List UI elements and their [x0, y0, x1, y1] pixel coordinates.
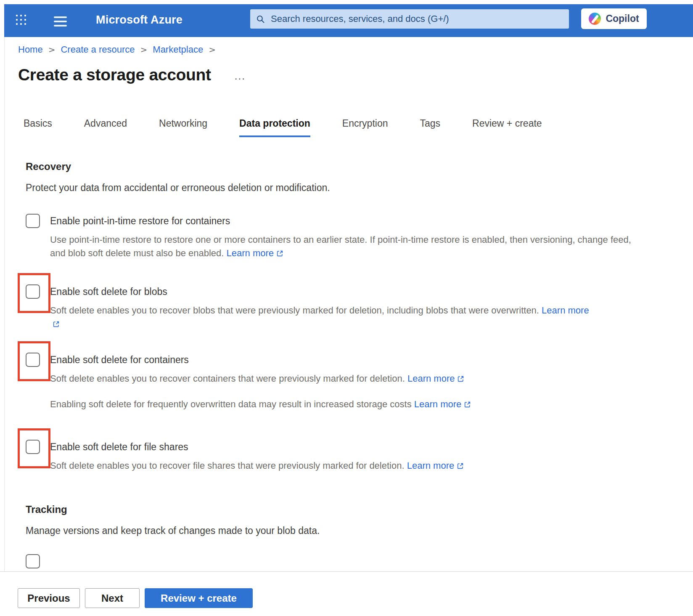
previous-button[interactable]: Previous	[18, 588, 80, 608]
tab-encryption[interactable]: Encryption	[342, 118, 388, 137]
tab-review-create[interactable]: Review + create	[472, 118, 542, 137]
breadcrumb-chevron-icon: >	[209, 45, 216, 55]
learn-more-link[interactable]: Learn more	[407, 460, 464, 471]
recovery-section-heading: Recovery	[18, 161, 693, 173]
checkbox-soft-delete-file-shares[interactable]	[26, 440, 40, 454]
learn-more-link[interactable]: Learn more	[407, 373, 465, 384]
recovery-section-subtitle: Protect your data from accidental or err…	[18, 182, 693, 194]
breadcrumb-create-a-resource[interactable]: Create a resource	[61, 44, 135, 55]
option-soft-delete-file-shares: Enable soft delete for file shares Soft …	[26, 439, 693, 473]
option-soft-delete-containers: Enable soft delete for containers Soft d…	[26, 352, 693, 411]
checkbox-soft-delete-blobs[interactable]	[26, 284, 40, 299]
more-options-icon[interactable]: ...	[235, 70, 246, 82]
option-soft-delete-blobs: Enable soft delete for blobs Soft delete…	[26, 284, 693, 331]
wizard-tabs: Basics Advanced Networking Data protecti…	[18, 118, 693, 137]
external-link-icon	[457, 462, 464, 470]
copilot-icon	[589, 13, 601, 25]
brand-title: Microsoft Azure	[96, 13, 183, 27]
breadcrumb-chevron-icon: >	[48, 45, 56, 55]
option-description: Use point-in-time restore to restore one…	[50, 233, 641, 260]
breadcrumb-home[interactable]: Home	[18, 44, 43, 55]
search-icon	[256, 15, 265, 24]
tab-networking[interactable]: Networking	[159, 118, 207, 137]
tab-data-protection[interactable]: Data protection	[239, 118, 310, 137]
option-label: Enable soft delete for blobs	[50, 286, 597, 297]
copilot-label: Copilot	[606, 13, 639, 24]
tab-basics[interactable]: Basics	[24, 118, 52, 137]
search-input[interactable]	[270, 13, 563, 25]
wizard-footer: Previous Next Review + create	[0, 571, 693, 616]
option-description: Soft delete enables you to recover blobs…	[50, 304, 597, 331]
content-panel: Home > Create a resource > Marketplace >…	[4, 37, 693, 616]
review-create-button[interactable]: Review + create	[145, 588, 253, 608]
option-label: Enable point-in-time restore for contain…	[50, 215, 641, 227]
option-description: Soft delete enables you to recover conta…	[50, 372, 471, 385]
option-label: Enable soft delete for containers	[50, 354, 471, 366]
next-button[interactable]: Next	[85, 588, 140, 608]
waffle-menu-icon[interactable]	[16, 15, 26, 25]
tab-advanced[interactable]: Advanced	[84, 118, 127, 137]
learn-more-link[interactable]: Learn more	[227, 248, 284, 258]
copilot-button[interactable]: Copilot	[581, 8, 647, 29]
azure-top-bar: Microsoft Azure Copilot	[4, 4, 693, 37]
learn-more-link[interactable]: Learn more	[414, 399, 471, 409]
breadcrumb-marketplace[interactable]: Marketplace	[153, 44, 203, 55]
tracking-section-heading: Tracking	[18, 504, 693, 515]
checkbox-point-in-time-restore[interactable]	[26, 214, 40, 228]
breadcrumb: Home > Create a resource > Marketplace >	[18, 37, 693, 55]
global-search[interactable]	[250, 9, 569, 29]
page-title: Create a storage account	[18, 66, 211, 84]
option-point-in-time-restore: Enable point-in-time restore for contain…	[26, 213, 693, 260]
hamburger-menu-icon[interactable]	[54, 16, 67, 29]
external-link-icon	[276, 250, 283, 257]
tab-tags[interactable]: Tags	[420, 118, 440, 137]
checkbox-partially-visible[interactable]	[26, 554, 40, 568]
checkbox-soft-delete-containers[interactable]	[26, 353, 40, 367]
storage-costs-note: Enabling soft delete for frequently over…	[50, 398, 471, 411]
option-description: Soft delete enables you to recover file …	[50, 459, 464, 473]
breadcrumb-chevron-icon: >	[140, 45, 148, 55]
option-label: Enable soft delete for file shares	[50, 441, 464, 453]
external-link-icon	[53, 321, 60, 328]
external-link-icon	[457, 375, 464, 382]
external-link-icon	[464, 401, 471, 408]
tracking-section-subtitle: Manage versions and keep track of change…	[18, 525, 693, 536]
